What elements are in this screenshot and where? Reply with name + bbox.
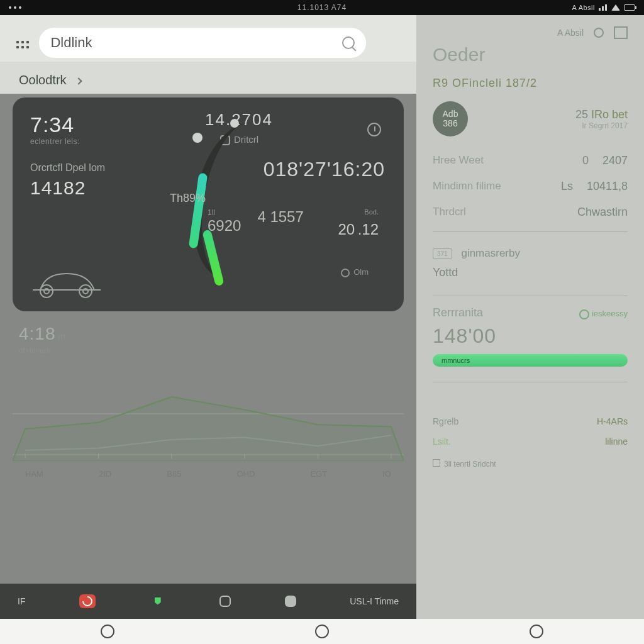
right-line-val: 02407 xyxy=(582,154,628,167)
barcode-icon xyxy=(219,596,231,607)
account-icon[interactable] xyxy=(594,28,604,38)
bottom-note: 3ll tenrtl Sridcht xyxy=(433,459,628,469)
right-line-key: Thrdcrl xyxy=(433,206,466,219)
status-left-dots xyxy=(9,6,21,9)
card-mid-values: 1ll 6920 4 1557 xyxy=(208,208,304,235)
card-percent: Th89% xyxy=(170,192,206,205)
card-download[interactable]: Olm xyxy=(341,267,369,277)
x-tick: EGT xyxy=(310,469,327,479)
section-tag: 371 xyxy=(433,248,452,259)
x-tick: HAM xyxy=(25,469,43,479)
nav-home-button-2[interactable] xyxy=(315,625,329,638)
card-mid-a: 6920 xyxy=(208,217,241,234)
card-clock: 018'27'16:20 xyxy=(264,158,385,181)
signal-icon xyxy=(599,4,608,11)
chart-svg xyxy=(13,354,404,461)
battery-icon xyxy=(624,4,635,11)
card-mid-sub: 1ll xyxy=(208,208,241,217)
divider xyxy=(433,296,628,296)
right-line: Hree Weet 02407 xyxy=(433,148,628,174)
summary-chip[interactable]: Adb 386 xyxy=(433,101,468,136)
download-icon xyxy=(341,269,350,277)
bottom-line-a: RgrelbH-4ARs xyxy=(433,416,628,426)
dashboard-card: 7:34 eclentrer lels: Orcrtcfl Dpel lom 1… xyxy=(13,97,404,311)
search-input[interactable]: Dldlink xyxy=(39,28,366,58)
note-icon xyxy=(433,459,440,467)
breadcrumb-label: Oolodtrk xyxy=(19,73,67,87)
calendar-icon[interactable] xyxy=(614,26,628,39)
right-title: Oeder xyxy=(433,44,628,65)
section-value: Yottd xyxy=(433,266,628,279)
x-tick: OHD xyxy=(236,469,255,479)
activity-chart: 4:18m dflrinnertr HAM2IDB85OHDEGTIO xyxy=(13,324,404,475)
tab-if[interactable]: IF xyxy=(18,596,25,606)
chart-time: 4:18m xyxy=(19,324,66,344)
svg-point-0 xyxy=(40,285,53,297)
nav-home-button-3[interactable] xyxy=(530,625,543,638)
bottom-line-b: Lsilt.lilinne xyxy=(433,436,628,447)
chart-x-ticks: HAM2IDB85OHDEGTIO xyxy=(13,469,404,479)
car-icon xyxy=(29,265,104,300)
x-tick: IO xyxy=(382,469,391,479)
chevron-right-icon xyxy=(75,77,82,84)
card-right-sub: Bod. xyxy=(364,208,379,216)
status-center-label: 11.1013 A74 xyxy=(297,3,347,12)
divider xyxy=(433,382,628,382)
right-line: Mindimn filime Ls10411,8 xyxy=(433,174,628,199)
summary-value: 25 IRo bet Ir Segrrl 2017 xyxy=(575,108,628,130)
card-mid-b: 4 1557 xyxy=(257,208,303,235)
right-pane: A Absil Oeder R9 OFincleli 187/2 Adb 386… xyxy=(416,15,644,619)
tab-grid[interactable] xyxy=(285,596,296,607)
x-tick: 2ID xyxy=(99,469,111,479)
nav-home-button[interactable] xyxy=(101,625,114,638)
card-right-b: .12 xyxy=(358,221,379,238)
right-line-key: Mindimn filime xyxy=(433,180,501,193)
right-line-key: Hree Weet xyxy=(433,154,484,167)
menu-icon[interactable] xyxy=(16,41,29,48)
section-header: 371 ginmasrerby xyxy=(433,247,628,260)
shield-icon: ⛊ xyxy=(150,594,166,608)
remote-row: Rerrranita ieskeessy xyxy=(433,306,628,319)
device-status-bar: 11.1013 A74 A Absil xyxy=(0,0,644,15)
card-right-values: Bod. 20 .12 xyxy=(338,208,379,238)
card-right-a: 20 xyxy=(338,221,355,238)
right-line: Thrdcrl Chwastirn xyxy=(433,199,628,225)
status-right-label: A Absil xyxy=(572,4,595,11)
status-pill[interactable]: mmnucrs xyxy=(433,354,628,367)
clock-icon xyxy=(367,123,381,136)
grid-icon xyxy=(285,596,296,607)
right-line-val: Ls10411,8 xyxy=(561,180,628,193)
bottom-tab-bar: IF ⛊ USL-I Tinme xyxy=(0,584,416,619)
right-line-val: Chwastirn xyxy=(577,206,628,219)
right-summary-row: Adb 386 25 IRo bet Ir Segrrl 2017 xyxy=(433,101,628,136)
gauge-knob-b xyxy=(230,119,239,128)
right-account-label[interactable]: A Absil xyxy=(557,28,584,38)
remote-label: Rerrranita xyxy=(433,306,483,319)
chart-subtitle: dflrinnertr xyxy=(19,347,52,354)
tab-shield[interactable]: ⛊ xyxy=(150,594,166,608)
remote-tag: ieskeessy xyxy=(579,309,628,319)
svg-point-2 xyxy=(79,285,92,297)
gauge-knob-a xyxy=(192,133,203,143)
right-subtitle: R9 OFincleli 187/2 xyxy=(433,77,628,90)
header-bar: Dldlink xyxy=(0,15,416,62)
device-nav-bar xyxy=(0,619,644,644)
remote-value: 148'00 xyxy=(433,325,496,348)
search-value: Dldlink xyxy=(50,35,92,51)
divider xyxy=(433,231,628,232)
wifi-icon xyxy=(611,4,620,11)
x-tick: B85 xyxy=(167,469,181,479)
right-bottom: RgrelbH-4ARs Lsilt.lilinne 3ll tenrtl Sr… xyxy=(433,406,628,469)
power-icon xyxy=(79,594,96,608)
left-pane: Dldlink Oolodtrk 7:34 eclentrer lels: Or… xyxy=(0,15,416,619)
tab-barcode[interactable] xyxy=(219,596,231,607)
breadcrumb[interactable]: Oolodtrk xyxy=(0,62,416,94)
tab-power[interactable] xyxy=(79,594,96,608)
tab-time[interactable]: USL-I Tinme xyxy=(350,596,399,606)
search-icon[interactable] xyxy=(342,36,355,49)
right-top-bar: A Absil xyxy=(433,26,628,39)
